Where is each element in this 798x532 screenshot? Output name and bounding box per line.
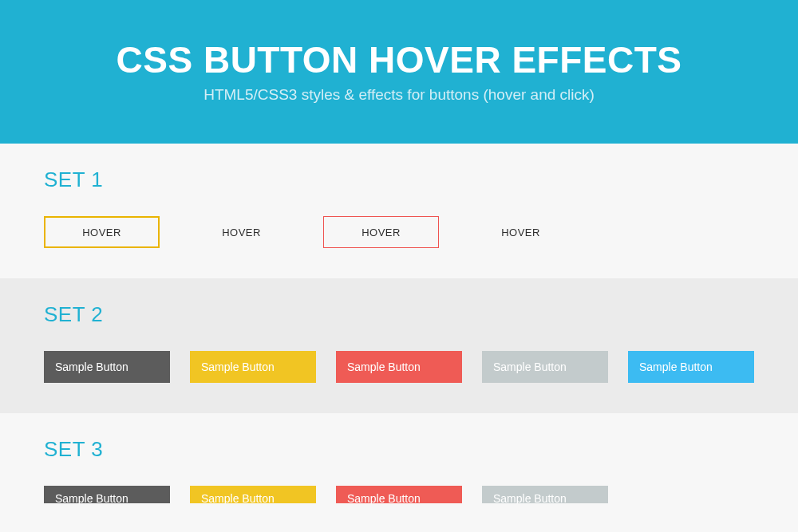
section-title-set-2: SET 2 <box>44 302 754 327</box>
sample-button-dark-2[interactable]: Sample Button <box>44 486 170 503</box>
sample-button-yellow-2[interactable]: Sample Button <box>190 486 316 503</box>
hover-button-3[interactable]: HOVER <box>323 216 439 248</box>
section-title-set-1: SET 1 <box>44 167 754 192</box>
sample-button-dark[interactable]: Sample Button <box>44 351 170 383</box>
sample-button-red[interactable]: Sample Button <box>336 351 462 383</box>
button-row-set-2: Sample Button Sample Button Sample Butto… <box>44 351 754 383</box>
section-set-1: SET 1 HOVER HOVER HOVER HOVER <box>0 144 798 278</box>
section-title-set-3: SET 3 <box>44 437 754 462</box>
sample-button-blue[interactable]: Sample Button <box>628 351 754 383</box>
sample-button-gray-2[interactable]: Sample Button <box>482 486 608 503</box>
section-set-2: SET 2 Sample Button Sample Button Sample… <box>0 278 798 413</box>
sample-button-yellow[interactable]: Sample Button <box>190 351 316 383</box>
sample-button-red-2[interactable]: Sample Button <box>336 486 462 503</box>
button-row-set-1: HOVER HOVER HOVER HOVER <box>44 216 754 248</box>
hover-button-1[interactable]: HOVER <box>44 216 160 248</box>
page-subtitle: HTML5/CSS3 styles & effects for buttons … <box>16 86 782 104</box>
button-row-set-3: Sample Button Sample Button Sample Butto… <box>44 486 754 503</box>
hero-banner: CSS BUTTON HOVER EFFECTS HTML5/CSS3 styl… <box>0 0 798 144</box>
section-set-3: SET 3 Sample Button Sample Button Sample… <box>0 413 798 532</box>
hover-button-2[interactable]: HOVER <box>184 216 299 248</box>
page-title: CSS BUTTON HOVER EFFECTS <box>16 38 782 81</box>
hover-button-4[interactable]: HOVER <box>463 216 579 248</box>
sample-button-gray[interactable]: Sample Button <box>482 351 608 383</box>
